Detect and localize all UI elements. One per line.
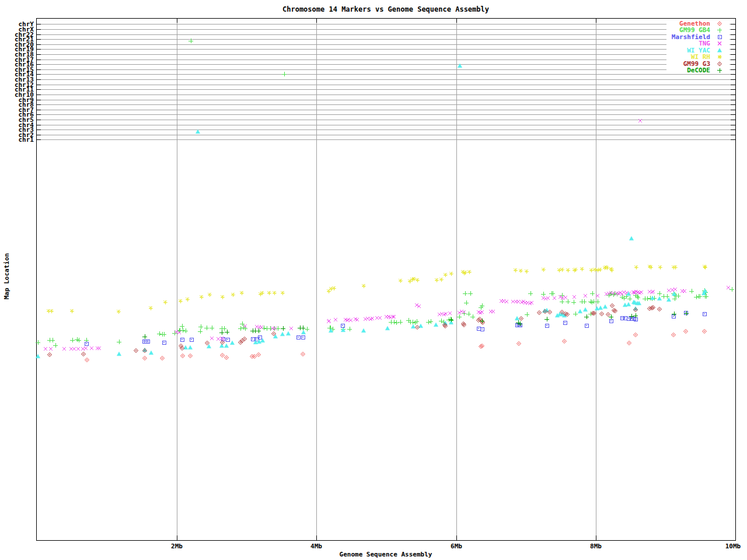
legend-entry: GM99 G3 (666, 61, 729, 67)
legend-marker-icon (713, 61, 726, 67)
x-axis-tick-label: 10Mb (719, 543, 747, 550)
legend-label: DeCODE (687, 66, 710, 74)
chart: Chromosome 14 Markers vs Genome Sequence… (0, 0, 747, 560)
legend-entry: Marshfield (666, 34, 729, 40)
x-axis-tick-label: 4Mb (302, 543, 330, 550)
legend-entry: WI RH (666, 54, 729, 60)
legend-marker-icon (713, 27, 726, 33)
legend-entry: TNG (666, 40, 729, 47)
y-axis-chr-label: chr1 (0, 136, 34, 143)
legend-entry: GM99 GB4 (666, 27, 729, 33)
legend-entry: Genethon (666, 20, 729, 27)
x-axis-tick-label: 6Mb (442, 543, 470, 550)
legend: GenethonGM99 GB4MarshfieldTNGWI YACWI RH… (666, 20, 729, 74)
series-gm99-g3 (48, 304, 662, 357)
series-genethon (85, 330, 707, 362)
legend-marker-icon (713, 20, 726, 27)
x-axis-tick-label: 2Mb (163, 543, 191, 550)
plot-area (0, 0, 747, 560)
legend-marker-icon (713, 34, 726, 40)
x-axis-tick-label: 8Mb (582, 543, 610, 550)
legend-marker-icon (713, 67, 726, 74)
series-wi-rh (47, 265, 707, 314)
legend-marker-icon (713, 47, 726, 54)
legend-marker-icon (713, 54, 726, 60)
series-tng (44, 119, 730, 351)
legend-entry: DeCODE (666, 67, 729, 74)
legend-entry: WI YAC (666, 47, 729, 54)
series-marshfield (85, 311, 706, 345)
legend-marker-icon (713, 40, 726, 47)
